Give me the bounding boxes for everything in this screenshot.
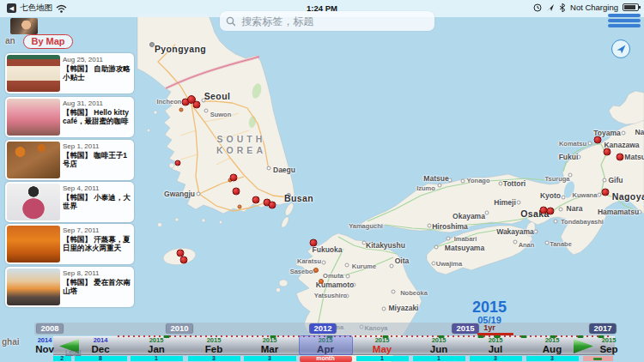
timeline-count-cell: 3 xyxy=(470,356,522,362)
search-input[interactable] xyxy=(240,15,428,28)
list-item-title: 【韩国】 Hello kitty café，最甜蜜的咖啡 xyxy=(63,108,132,125)
list-item-title: 【韩国】 自助游攻略小贴士 xyxy=(63,64,132,81)
city-label: Nagoya xyxy=(612,191,644,202)
timeline-month-name: Jan xyxy=(129,344,184,354)
timeline-month[interactable]: 2015Mar xyxy=(242,337,297,354)
timeline-month[interactable]: 2015Jan xyxy=(129,337,184,354)
tracking-icon[interactable] xyxy=(611,39,630,58)
list-item-thumbnail xyxy=(7,226,60,262)
list-item-date: Sep 7, 2011 xyxy=(63,226,132,235)
location-arrow-icon xyxy=(546,3,555,12)
timeline-count-cell: 3 xyxy=(188,356,240,362)
list-item-title: 【韩国】 小泰迪，大世界 xyxy=(63,193,132,210)
timeline-month-name: Jul xyxy=(468,344,523,354)
timeline-month[interactable]: 2015Feb xyxy=(186,337,241,354)
timeline-month-year: 2015 xyxy=(411,337,466,344)
list-item[interactable]: Sep 8, 2011【韩国】 爱在首尔南山塔 xyxy=(5,267,134,307)
list-item-text: Aug 25, 2011【韩国】 自助游攻略小贴士 xyxy=(63,55,132,92)
timeline-month-name: May xyxy=(355,344,410,354)
city-label: Nagano xyxy=(635,128,644,136)
timeline-month-year: 2015 xyxy=(129,337,184,344)
avatar[interactable] xyxy=(10,18,38,34)
list-item-title: 【韩国】 爱在首尔南山塔 xyxy=(63,278,132,295)
list-item[interactable]: Sep 7, 2011【韩国】 汗蒸幕，夏日里的冰火两重天 xyxy=(5,224,134,264)
timeline-count-cell: 8 xyxy=(75,356,127,362)
timeline-mode-cell: month xyxy=(300,356,352,362)
selected-year: 2015 xyxy=(447,299,532,315)
list-item-thumbnail xyxy=(7,55,60,92)
timeline-month-year: 2015 xyxy=(186,337,241,344)
list-item[interactable]: Sep 1, 2011【韩国】 咖啡王子1号店 xyxy=(5,140,134,180)
map-pin[interactable] xyxy=(617,154,624,161)
list-item-date: Sep 8, 2011 xyxy=(63,269,132,278)
list-item-text: Aug 31, 2011【韩国】 Hello kitty café，最甜蜜的咖啡 xyxy=(63,99,132,136)
return-to-app-icon[interactable]: ◀ xyxy=(7,3,16,13)
list-item-date: Aug 31, 2011 xyxy=(63,100,132,108)
timeline-count-cell: 3 xyxy=(526,356,579,362)
list-item-text: Sep 1, 2011【韩国】 咖啡王子1号店 xyxy=(63,142,132,178)
timeline-count-cell: 1 xyxy=(413,356,465,362)
timeline-month-year: 2015 xyxy=(468,337,523,344)
timeline-next-arrow[interactable] xyxy=(571,337,598,355)
city-label: Matsumoto xyxy=(624,153,644,161)
list-item[interactable]: Sep 4, 2011【韩国】 小泰迪，大世界 xyxy=(5,182,134,222)
timeline-count-cell: 3 xyxy=(244,356,296,362)
menu-icon[interactable] xyxy=(608,14,641,27)
alarm-icon xyxy=(533,3,542,12)
carrier-app-name: 七色地图 xyxy=(20,3,52,14)
timeline-count-cell: 2 xyxy=(53,356,71,362)
timeline-month[interactable]: 2015May xyxy=(355,337,410,354)
timeline-count-cell xyxy=(583,356,614,362)
bluetooth-icon xyxy=(559,3,566,12)
list-item-text: Sep 4, 2011【韩国】 小泰迪，大世界 xyxy=(63,184,132,220)
list-item-date: Aug 25, 2011 xyxy=(63,56,132,64)
timeline-month-year: 2015 xyxy=(242,337,297,344)
list-item-title: 【韩国】 咖啡王子1号店 xyxy=(63,151,132,168)
list-item-text: Sep 8, 2011【韩国】 爱在首尔南山塔 xyxy=(63,268,132,305)
timeline-count-cell: 1 xyxy=(131,356,183,362)
map-legal-link[interactable]: Legal xyxy=(65,348,81,356)
list-item[interactable]: Aug 25, 2011【韩国】 自助游攻略小贴士 xyxy=(5,53,134,94)
list-item-thumbnail xyxy=(7,99,60,136)
list-item-date: Sep 1, 2011 xyxy=(63,142,132,151)
city-dot xyxy=(622,131,626,136)
search-icon xyxy=(226,16,235,27)
search-bar xyxy=(220,11,434,31)
timeline-month[interactable]: 2015Jun xyxy=(411,337,466,354)
timeline-count-cell: 1 xyxy=(356,356,409,362)
selected-day: 05/19 xyxy=(447,315,532,325)
list-item-text: Sep 7, 2011【韩国】 汗蒸幕，夏日里的冰火两重天 xyxy=(63,226,132,262)
battery-status-text: Not Charging xyxy=(570,3,618,12)
list-item-thumbnail xyxy=(7,184,60,220)
timeline-selected-month-overlay xyxy=(299,335,353,355)
list-item-date: Sep 4, 2011 xyxy=(63,184,132,193)
selected-date: 2015 05/19 xyxy=(447,299,532,325)
by-map-button[interactable]: By Map xyxy=(23,34,73,49)
wifi-icon xyxy=(56,4,67,13)
timeline-month[interactable]: 2015Jul xyxy=(468,337,523,354)
list-item[interactable]: Aug 31, 2011【韩国】 Hello kitty café，最甜蜜的咖啡 xyxy=(5,97,134,137)
list-item-thumbnail xyxy=(7,142,60,178)
timeline-month-name: Feb xyxy=(186,344,241,354)
timeline-month-year: 2015 xyxy=(355,337,410,344)
battery-icon xyxy=(623,3,639,11)
list-item-thumbnail xyxy=(7,268,60,305)
list-item-title: 【韩国】 汗蒸幕，夏日里的冰火两重天 xyxy=(63,235,132,252)
app-screen: PyongyangSeoulIncheonSuwonDaeguGwangjuBu… xyxy=(0,0,644,362)
timeline-month-name: Mar xyxy=(242,344,297,354)
timeline-month-name: Jun xyxy=(411,344,466,354)
